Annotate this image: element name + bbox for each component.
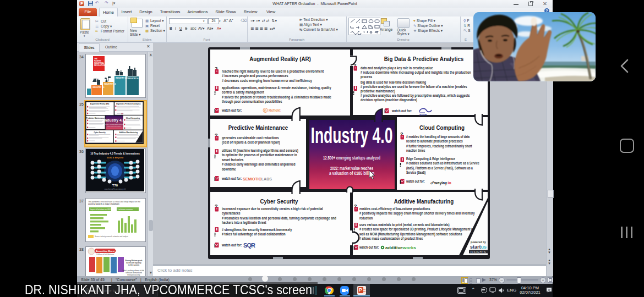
svg-text:INDUSTRY 4.0: INDUSTRY 4.0 <box>128 78 140 80</box>
svg-text:Augmented Reality (AR): Augmented Reality (AR) <box>249 55 311 62</box>
svg-text:Industry 4.0: Industry 4.0 <box>311 123 393 148</box>
svg-text:# predictive analytics are use: # predictive analytics are used to fores… <box>361 84 467 89</box>
svg-text:INSIGHTS: INSIGHTS <box>470 251 486 254</box>
svg-text:T70: T70 <box>112 184 118 187</box>
svg-text:watch out for:: watch out for: <box>221 243 242 247</box>
svg-text:cyberattacks: cyberattacks <box>222 211 241 216</box>
svg-text:data and analytics play a key: data and analytics play a key role in cr… <box>361 65 433 70</box>
svg-text:well as MOM (Manufacturing Ope: well as MOM (Manufacturing Operations Ma… <box>359 232 462 236</box>
svg-text:enables cost-efficiency of low: enables cost-efficiency of low-volume pr… <box>359 207 430 211</box>
svg-text:reduction: reduction <box>359 216 373 220</box>
svg-text:hackers into a legitimate thre: hackers into a legitimate threat <box>222 221 266 225</box>
svg-text:uses various materials to prin: uses various materials to print (metal, … <box>359 223 450 227</box>
svg-text:to optimize the process of pre: to optimize the process of predictive ma… <box>222 153 297 157</box>
svg-text:INDUSTRY 4.0: INDUSTRY 4.0 <box>116 77 128 79</box>
svg-text:downtime: downtime <box>222 167 236 171</box>
svg-text:☍waylay.io: ☍waylay.io <box>430 181 451 185</box>
svg-text:Edge Computing & Edge Intellig: Edge Computing & Edge Intelligence <box>406 157 456 161</box>
svg-text:Cyber Security: Cyber Security <box>94 131 106 134</box>
svg-text:watch out for:: watch out for: <box>221 108 242 112</box>
svg-text:Predictive Maintenance: Predictive Maintenance <box>86 117 105 119</box>
svg-text:through poor communication pos: through poor communication possibilities <box>222 100 282 104</box>
svg-text:(IaaS), Platform as a Service: (IaaS), Platform as a Service (PaaS), So… <box>406 166 473 170</box>
svg-text:needed to automate production: needed to automate production processes <box>406 140 463 144</box>
svg-text:increased exposure due to conn: increased exposure due to connectivity c… <box>222 206 323 211</box>
svg-text:INDUSTRY 2.0: INDUSTRY 2.0 <box>104 83 116 85</box>
svg-text:control & safety management: control & safety management <box>222 90 264 95</box>
svg-text:# reduces downtime while incre: # reduces downtime while increasing outp… <box>361 70 471 74</box>
svg-text:in the system: in the system <box>128 264 140 266</box>
svg-text:additiveworks: additiveworks <box>385 246 416 250</box>
svg-text:2022: market value reaches: 2022: market value reaches <box>107 125 121 127</box>
svg-text:# allows mass-customization of: # allows mass-customization of product l… <box>359 237 423 241</box>
svg-text:SQR: SQR <box>243 242 255 249</box>
svg-text:Big Data & Predictive Analytic: Big Data & Predictive Analytics <box>116 103 141 105</box>
svg-text:Reflekt: Reflekt <box>269 108 281 112</box>
svg-text:# enables solutions such as In: # enables solutions such as Infrastructu… <box>406 162 479 166</box>
svg-text:2022: market value reaches: 2022: market value reaches <box>330 166 373 171</box>
svg-text:# wearables reveal location an: # wearables reveal location and personal… <box>222 216 336 220</box>
svg-text:# decreases costs emerging fro: # decreases costs emerging from human er… <box>222 78 312 82</box>
svg-text:Source: industry research esti: Source: industry research estimates and … <box>95 235 129 238</box>
svg-text:(cost of repairs & cost of pla: (cost of repairs & cost of planned repai… <box>222 140 280 145</box>
svg-text:5 Pillars of Self Reliance: 5 Pillars of Self Reliance <box>96 254 114 256</box>
svg-text:12.500+ emerging startups anal: 12.500+ emerging startups analyzed <box>105 124 123 125</box>
svg-text:reaction times: reaction times <box>406 149 425 153</box>
svg-text:2020 & Beyond: 2020 & Beyond <box>107 156 123 159</box>
svg-text:# enables early warnings and e: # enables early warnings and eliminates … <box>222 162 296 167</box>
svg-text:watch out for:: watch out for: <box>221 176 242 180</box>
svg-text:Big Data & Predictive Analytic: Big Data & Predictive Analytics <box>384 55 464 62</box>
svg-text:a valuation of €185 billion: a valuation of €185 billion <box>329 171 374 176</box>
svg-text:# further improves, reaching e: # further improves, reaching extraordina… <box>406 144 472 148</box>
svg-text:generates considerable cost re: generates considerable cost reductions <box>222 135 279 140</box>
svg-text:applications: operations, main: applications: operations, maintenance & … <box>222 85 331 90</box>
svg-text:# predictive analytics are fol: # predictive analytics are followed by p… <box>361 93 470 97</box>
svg-text:# solves the problem of remote: # solves the problem of remote troublesh… <box>222 95 331 99</box>
svg-text:startus: startus <box>470 244 487 250</box>
svg-text:Cloud Computing: Cloud Computing <box>419 124 465 131</box>
svg-text:watch out for:: watch out for: <box>406 179 424 183</box>
svg-text:watch out for:: watch out for: <box>391 108 412 113</box>
svg-text:AUGURY: AUGURY <box>419 114 428 116</box>
svg-text:12.500+ emerging startups anal: 12.500+ emerging startups analyzed <box>323 156 380 161</box>
svg-text:Augmented Reality (AR): Augmented Reality (AR) <box>90 103 109 105</box>
svg-text:Industry 4.0: Industry 4.0 <box>103 118 124 123</box>
svg-text:Lockdown scenarios: Lockdown scenarios <box>118 208 133 211</box>
svg-text:Additive Manufacturing: Additive Manufacturing <box>394 197 454 205</box>
svg-text:big data is used for real-time: big data is used for real-time decision … <box>361 80 426 84</box>
svg-text:utilizes AI (machine learning: utilizes AI (machine learning algorithms… <box>222 148 298 152</box>
svg-text:SEMIOTICLABS: SEMIOTICLABS <box>243 177 272 181</box>
svg-text:Predictive Maintenance: Predictive Maintenance <box>228 124 288 131</box>
svg-text:10 Top Industry 4.0 Trends & I: 10 Top Industry 4.0 Trends & Innovations <box>90 152 140 155</box>
svg-text:Service (SaaS): Service (SaaS) <box>406 171 425 175</box>
svg-text:powered by: powered by <box>471 240 486 244</box>
svg-text:# creates new space for specia: # creates new space for specialized 3D p… <box>359 228 475 232</box>
svg-text:# increases people and process: # increases people and process performan… <box>222 74 288 78</box>
svg-text:watch out for:: watch out for: <box>359 245 379 249</box>
svg-text:# positively impacts the suppl: # positively impacts the supply chain th… <box>359 212 475 216</box>
svg-text:Impact of lockdown on GDP: Impact of lockdown on GDP <box>90 208 111 211</box>
svg-text:REVOLUTION: REVOLUTION <box>94 64 105 67</box>
svg-text:country towards a major slowdo: country towards a major slowdown <box>88 203 119 205</box>
svg-text:reached the right maturity lev: reached the right maturity level to be u… <box>222 69 324 73</box>
svg-text:Cyber Security: Cyber Security <box>260 197 298 205</box>
svg-text:Additive Manufacturing: Additive Manufacturing <box>119 131 138 134</box>
svg-text:decision options (machine diag: decision options (machine diagnostics) <box>361 97 417 102</box>
svg-text:R: R <box>264 109 267 112</box>
svg-text:Cloud Computing: Cloud Computing <box>126 117 140 119</box>
svg-text:process: process <box>361 74 373 79</box>
svg-text:www.thetrend70.com industry 4.: www.thetrend70.com industry 4.0 <box>105 188 126 190</box>
svg-text:smart factories: smart factories <box>222 157 244 162</box>
svg-text:predictive maintenance): predictive maintenance) <box>361 89 395 93</box>
svg-text:# takes full advantage of clou: # takes full advantage of cloud collabor… <box>222 232 286 237</box>
svg-text:# strengthens the security fra: # strengthens the security framework imm… <box>222 227 292 232</box>
svg-text:Atmanirbhar Bharat: Atmanirbhar Bharat <box>96 250 115 252</box>
svg-text:INDUSTRY 1.0: INDUSTRY 1.0 <box>92 86 105 89</box>
svg-text:# enables the handling of larg: # enables the handling of large amounts … <box>406 135 470 139</box>
